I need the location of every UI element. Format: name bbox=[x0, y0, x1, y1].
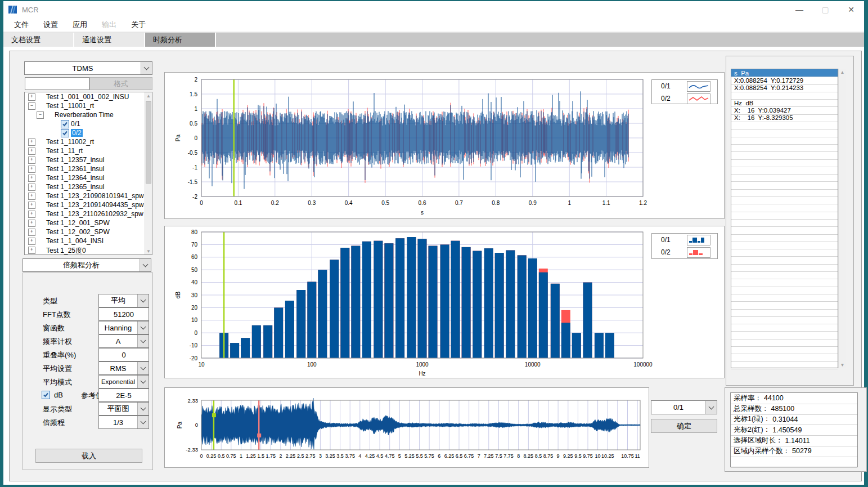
tree-item-label[interactable]: Test 1_12365_insul bbox=[46, 183, 104, 191]
tree-item[interactable]: −Test 1_11001_rt bbox=[25, 101, 144, 110]
chevron-down-icon[interactable] bbox=[137, 294, 149, 307]
scroll-down-icon[interactable]: ▼ bbox=[145, 248, 152, 254]
param-input-db-ref[interactable]: 2E-5 bbox=[98, 388, 149, 402]
time-waveform-chart[interactable]: 21.510.50-0.5-1-1.5-200.10.20.30.40.50.6… bbox=[165, 73, 724, 218]
octave-spectrum-chart[interactable]: 80706050403020100-10-2010100100010000100… bbox=[165, 226, 724, 378]
tree-item-label[interactable]: Test 1_001_001_002_INSU bbox=[46, 93, 129, 101]
chevron-down-icon[interactable] bbox=[140, 259, 151, 271]
filter-input[interactable] bbox=[25, 77, 89, 90]
menu-item-about[interactable]: 关于 bbox=[124, 18, 153, 32]
readout-header[interactable]: s Pa bbox=[731, 69, 838, 77]
expand-plus-icon[interactable]: + bbox=[28, 93, 35, 101]
param-combo-avg-mode[interactable]: Exponential bbox=[98, 375, 149, 388]
tree-item-label[interactable]: 0/2 bbox=[71, 129, 83, 137]
menu-item-settings[interactable]: 设置 bbox=[36, 18, 65, 32]
chevron-down-icon[interactable] bbox=[705, 401, 717, 414]
confirm-button[interactable]: 确定 bbox=[651, 419, 717, 433]
tree-item-label[interactable]: Test 1_123_211026102932_spw bbox=[46, 210, 143, 218]
tab-doc-settings[interactable]: 文档设置 bbox=[3, 33, 74, 47]
tree-item-label[interactable]: Test 1_123_210908101941_spw bbox=[46, 192, 143, 200]
channel-checkbox[interactable] bbox=[61, 120, 69, 128]
readout-scrollbar[interactable]: ▲ ▼ bbox=[838, 69, 846, 368]
legend-item-0-2[interactable]: 0/2 bbox=[652, 92, 717, 105]
record-overview-chart[interactable]: 2.330-2.3300.250.50.7511.251.51.7522.252… bbox=[165, 388, 649, 467]
expand-plus-icon[interactable]: + bbox=[28, 229, 35, 236]
tree-item-label[interactable]: Reverberation Time bbox=[55, 111, 114, 119]
tree-item-label[interactable]: Test 1_12364_insul bbox=[46, 174, 104, 182]
readout-row[interactable]: X:0.088254 Y:0.214233 bbox=[731, 84, 838, 92]
tree-scrollbar[interactable]: ▲ ▼ bbox=[145, 92, 152, 254]
readout-row[interactable]: Hz dB bbox=[731, 99, 838, 107]
db-checkbox[interactable] bbox=[42, 391, 50, 399]
load-button[interactable]: 载入 bbox=[35, 449, 142, 463]
param-combo-octave[interactable]: 1/3 bbox=[98, 415, 149, 429]
param-combo-freq-weighting[interactable]: A bbox=[98, 334, 149, 348]
param-input-overlap[interactable]: 0 bbox=[98, 348, 149, 361]
param-combo-avg-setting[interactable]: RMS bbox=[98, 361, 149, 375]
readout-row[interactable]: X: 16 Y:0.039427 bbox=[731, 107, 838, 115]
scroll-down-icon[interactable]: ▼ bbox=[839, 361, 846, 368]
tree-item[interactable]: +Test 1_123_210914094435_spw bbox=[25, 200, 144, 209]
param-combo-display-type[interactable]: 平面图 bbox=[98, 402, 149, 415]
legend-item-0-2[interactable]: 0/2 bbox=[652, 246, 717, 258]
tree-item[interactable]: +Test 1_123_211026102932_spw bbox=[25, 209, 144, 218]
tree-item-label[interactable]: Test 1_12361_insul bbox=[46, 165, 104, 173]
chevron-down-icon[interactable] bbox=[137, 403, 149, 415]
param-input-fft-points[interactable]: 51200 bbox=[98, 307, 149, 321]
overview-channel-combo[interactable]: 0/1 bbox=[651, 400, 717, 414]
tree-item[interactable]: +Test 1_11002_rt bbox=[25, 137, 144, 146]
minimize-button[interactable]: — bbox=[786, 1, 812, 18]
tree-item[interactable]: +Test 1_1_004_INSI bbox=[25, 236, 144, 245]
tab-channel-settings[interactable]: 通道设置 bbox=[74, 33, 145, 47]
tree-item-label[interactable]: 0/1 bbox=[71, 120, 80, 128]
tree-item[interactable]: +Test 1_12_002_SPW bbox=[25, 227, 144, 236]
chevron-down-icon[interactable] bbox=[137, 362, 149, 374]
expand-plus-icon[interactable]: + bbox=[28, 148, 35, 155]
collapse-minus-icon[interactable]: − bbox=[37, 111, 44, 119]
tree-item[interactable]: +Test 1_11_rt bbox=[25, 146, 144, 155]
chevron-down-icon[interactable] bbox=[137, 416, 149, 428]
expand-plus-icon[interactable]: + bbox=[28, 211, 35, 218]
channel-checkbox[interactable] bbox=[61, 129, 69, 137]
expand-plus-icon[interactable]: + bbox=[28, 138, 35, 146]
menu-item-file[interactable]: 文件 bbox=[7, 18, 36, 32]
chevron-down-icon[interactable] bbox=[141, 62, 152, 74]
expand-plus-icon[interactable]: + bbox=[28, 202, 35, 209]
analysis-type-combo[interactable]: 倍频程分析 bbox=[23, 258, 151, 272]
tree-item[interactable]: 0/2 bbox=[25, 128, 144, 137]
legend-item-0-1[interactable]: 0/1 bbox=[652, 80, 717, 92]
tree-item-label[interactable]: Test 1_11002_rt bbox=[46, 138, 94, 146]
tree-item-label[interactable]: Test 1_12357_insul bbox=[46, 156, 104, 164]
tree-item[interactable]: 0/1 bbox=[25, 119, 144, 128]
tree-item-label[interactable]: Test 1_11001_rt bbox=[46, 102, 94, 110]
tree-item-label[interactable]: Test 1_123_210914094435_spw bbox=[46, 201, 143, 209]
chevron-down-icon[interactable] bbox=[137, 376, 149, 388]
format-button[interactable]: 格式 bbox=[89, 77, 152, 90]
tree-item[interactable]: +Test 1_12_001_SPW bbox=[25, 218, 144, 227]
legend-item-0-1[interactable]: 0/1 bbox=[652, 234, 717, 246]
expand-plus-icon[interactable]: + bbox=[28, 247, 35, 254]
scroll-up-icon[interactable]: ▲ bbox=[145, 92, 152, 99]
expand-plus-icon[interactable]: + bbox=[28, 238, 35, 245]
tree-item-label[interactable]: Test 1_1_004_INSI bbox=[46, 237, 104, 245]
expand-plus-icon[interactable]: + bbox=[28, 166, 35, 173]
maximize-button[interactable]: ▢ bbox=[812, 1, 838, 18]
scroll-up-icon[interactable]: ▲ bbox=[839, 69, 846, 75]
expand-plus-icon[interactable]: + bbox=[28, 220, 35, 227]
close-button[interactable]: ✕ bbox=[838, 1, 864, 18]
tree-item[interactable]: +Test 1_25度0 bbox=[25, 245, 144, 254]
collapse-minus-icon[interactable]: − bbox=[28, 102, 35, 110]
expand-plus-icon[interactable]: + bbox=[28, 157, 35, 164]
menu-item-apply[interactable]: 应用 bbox=[65, 18, 95, 32]
tree-item[interactable]: +Test 1_12364_insul bbox=[25, 173, 144, 182]
tab-time-freq-analysis[interactable]: 时频分析 bbox=[145, 33, 216, 47]
tree-item-label[interactable]: Test 1_11_rt bbox=[46, 147, 83, 155]
param-combo-window-fn[interactable]: Hanning bbox=[98, 321, 149, 334]
tree-item-label[interactable]: Test 1_12_002_SPW bbox=[46, 228, 110, 236]
tree-scrollbar-thumb[interactable] bbox=[146, 101, 151, 184]
chevron-down-icon[interactable] bbox=[137, 335, 149, 347]
chevron-down-icon[interactable] bbox=[137, 321, 149, 334]
file-format-combo[interactable]: TDMS bbox=[24, 61, 152, 75]
expand-plus-icon[interactable]: + bbox=[28, 184, 35, 191]
readout-row[interactable]: X:0.088254 Y:0.172729 bbox=[731, 77, 838, 84]
